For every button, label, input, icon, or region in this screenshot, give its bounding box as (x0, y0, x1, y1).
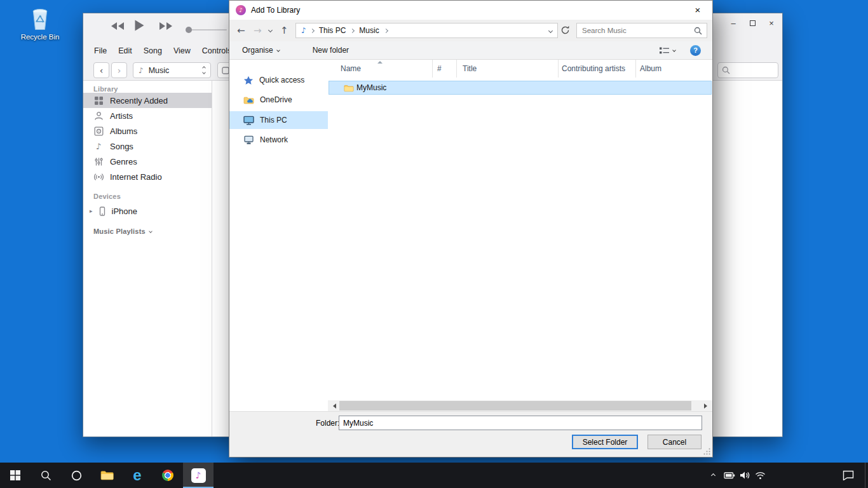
sidebar-item-label: Albums (110, 126, 137, 136)
action-center-button[interactable] (839, 463, 858, 488)
nav-item-this-pc[interactable]: This PC (229, 111, 328, 129)
dialog-close-button[interactable]: × (683, 1, 712, 19)
play-button[interactable] (134, 19, 145, 32)
search-icon[interactable] (694, 27, 702, 35)
itunes-close-button[interactable]: × (762, 15, 781, 31)
scroll-right-button[interactable] (702, 400, 712, 411)
breadcrumb-separator-icon[interactable] (384, 28, 388, 32)
dialog-title-bar[interactable]: ♪ Add To Library × (229, 1, 712, 20)
sidebar-item-iphone[interactable]: ▸ iPhone (83, 203, 212, 219)
column-header-number[interactable]: # (433, 60, 457, 78)
internet-explorer-icon: e (133, 468, 141, 483)
column-header-album[interactable]: Album (636, 60, 712, 78)
folder-name-input[interactable] (339, 416, 702, 430)
artists-icon (93, 111, 104, 121)
recycle-bin-icon (27, 4, 53, 32)
organise-button[interactable]: Organise (242, 46, 280, 55)
address-bar[interactable]: ♪ This PC Music (295, 23, 558, 38)
breadcrumb-this-pc[interactable]: This PC (316, 26, 349, 35)
network-tray-icon[interactable] (752, 463, 768, 488)
sidebar-item-songs[interactable]: ♪ Songs (83, 139, 212, 154)
recycle-bin-desktop-icon[interactable]: Recycle Bin (14, 4, 66, 41)
itunes-maximize-button[interactable] (743, 15, 762, 31)
up-button[interactable]: ↑ (280, 25, 288, 36)
nav-item-label: Network (260, 135, 288, 144)
sidebar-item-albums[interactable]: Albums (83, 123, 212, 139)
new-folder-button[interactable]: New folder (313, 46, 349, 55)
column-header-name[interactable]: Name (328, 60, 433, 78)
select-folder-button[interactable]: Select Folder (572, 435, 638, 449)
help-button[interactable]: ? (690, 45, 701, 56)
cortana-button[interactable] (61, 463, 92, 488)
nav-item-network[interactable]: Network (229, 131, 328, 149)
sidebar-item-genres[interactable]: Genres (83, 154, 212, 169)
breadcrumb-music[interactable]: Music (356, 26, 382, 35)
itunes-minimize-button[interactable]: – (724, 15, 743, 31)
nav-item-label: This PC (260, 116, 287, 125)
itunes-back-button[interactable]: ‹ (93, 62, 109, 78)
scroll-left-button[interactable] (328, 400, 339, 411)
add-to-library-dialog: ♪ Add To Library × ← → ↑ ♪ This PC Music (229, 0, 713, 458)
nav-item-onedrive[interactable]: OneDrive (229, 91, 328, 109)
volume-tray-icon[interactable] (737, 463, 752, 488)
nav-item-quick-access[interactable]: Quick access (229, 71, 328, 89)
menu-edit[interactable]: Edit (112, 46, 138, 55)
sidebar-item-label: Internet Radio (110, 172, 162, 182)
sidebar-item-label: iPhone (112, 207, 137, 216)
column-label: Title (463, 64, 477, 73)
forward-button[interactable]: → (254, 25, 262, 36)
back-button[interactable]: ← (237, 25, 245, 36)
column-header-title[interactable]: Title (457, 60, 559, 78)
breadcrumb-separator-icon[interactable] (350, 28, 355, 32)
expander-chevron-icon[interactable]: ▸ (90, 208, 93, 214)
recent-locations-chevron-icon[interactable] (268, 28, 273, 32)
rewind-button[interactable] (110, 22, 125, 30)
itunes-taskbar-button[interactable]: ♪ (183, 463, 214, 488)
sidebar-item-recently-added[interactable]: Recently Added (83, 93, 212, 108)
refresh-button[interactable] (560, 25, 570, 37)
scrollbar-thumb[interactable] (339, 401, 691, 410)
taskbar-search-button[interactable] (31, 463, 61, 488)
address-dropdown-icon[interactable] (548, 28, 553, 32)
menu-song[interactable]: Song (138, 46, 168, 55)
start-button[interactable] (0, 463, 31, 488)
horizontal-scrollbar[interactable] (328, 400, 712, 411)
nav-item-label: Quick access (259, 76, 304, 85)
menu-view[interactable]: View (168, 46, 196, 55)
search-icon (722, 66, 730, 74)
playlists-header-label: Music Playlists (93, 227, 146, 235)
search-box[interactable] (576, 23, 707, 38)
internet-explorer-button[interactable]: e (122, 463, 153, 488)
volume-slider[interactable] (186, 29, 227, 30)
desktop: Recycle Bin – × File Edit Song (0, 0, 868, 488)
media-kind-selector[interactable]: ♪ Music (133, 62, 211, 78)
show-desktop-button[interactable] (865, 463, 868, 488)
itunes-search-box[interactable] (717, 62, 778, 78)
breadcrumb-separator-icon[interactable] (310, 28, 315, 32)
column-header-contributing-artists[interactable]: Contributing artists (559, 60, 636, 78)
itunes-forward-button[interactable]: › (111, 62, 127, 78)
cortana-circle-icon (71, 470, 82, 481)
file-explorer-button[interactable] (92, 463, 122, 488)
songs-icon: ♪ (93, 142, 104, 151)
cancel-button[interactable]: Cancel (648, 435, 702, 449)
sidebar-item-internet-radio[interactable]: Internet Radio (83, 169, 212, 184)
menu-file[interactable]: File (88, 46, 112, 55)
search-icon (41, 470, 51, 481)
file-explorer-icon (100, 470, 114, 480)
fast-forward-button[interactable] (158, 22, 173, 30)
battery-tray-icon[interactable] (722, 463, 737, 488)
search-input[interactable] (577, 24, 690, 37)
change-view-button[interactable] (659, 46, 675, 55)
show-hidden-icons-button[interactable] (705, 463, 721, 488)
chrome-button[interactable] (153, 463, 183, 488)
chrome-icon (162, 470, 173, 481)
speaker-icon (740, 471, 750, 480)
selector-steppers-icon (203, 67, 205, 74)
albums-icon (93, 126, 104, 136)
resize-grip[interactable] (703, 447, 711, 456)
sidebar-item-artists[interactable]: Artists (83, 108, 212, 123)
volume-knob[interactable] (186, 27, 192, 33)
file-row-mymusic[interactable]: MyMusic (329, 81, 712, 95)
playlists-section-header[interactable]: Music Playlists (93, 227, 152, 235)
